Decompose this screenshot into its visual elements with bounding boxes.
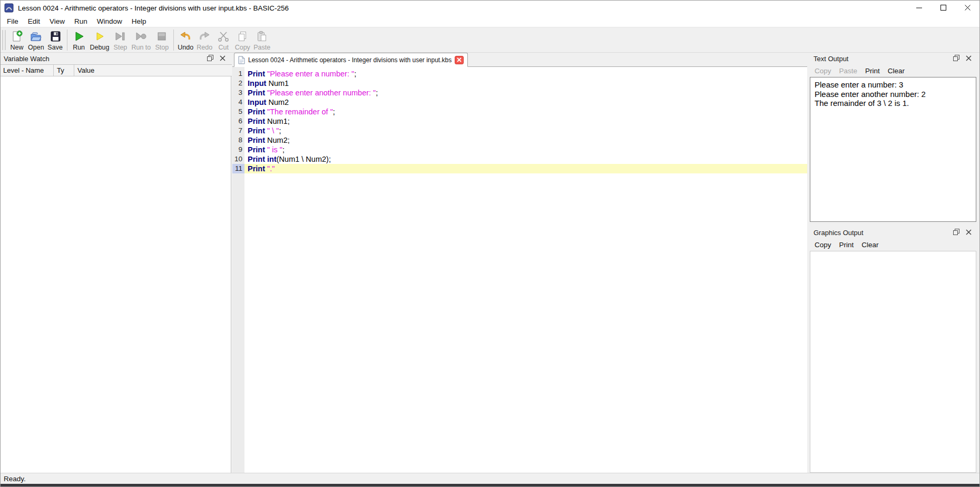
graphics-output-copy-button[interactable]: Copy: [815, 241, 831, 249]
maximize-icon: [940, 5, 947, 11]
line-number: 10: [232, 154, 244, 164]
code-text: Print " is ";: [244, 145, 807, 154]
code-line[interactable]: 10Print int(Num1 \ Num2);: [232, 154, 807, 164]
code-token: ;: [354, 70, 356, 78]
cut-button[interactable]: Cut: [214, 29, 233, 51]
open-button[interactable]: Open: [26, 29, 46, 51]
float-panel-icon[interactable]: [953, 229, 959, 235]
code-text: Print " \ ";: [244, 126, 807, 135]
graphics-output-area: [810, 251, 976, 473]
copy-button[interactable]: Copy: [233, 29, 252, 51]
code-token: "Please enter a number: ": [267, 70, 354, 78]
text-output-buttons: Copy Paste Print Clear: [810, 65, 905, 76]
taskbar-edge: [0, 484, 980, 487]
new-button[interactable]: New: [7, 29, 26, 51]
code-line[interactable]: 4Input Num2: [232, 98, 807, 107]
code-line[interactable]: 2Input Num1: [232, 79, 807, 88]
code-line[interactable]: 8Print Num2;: [232, 135, 807, 145]
open-button-label: Open: [28, 44, 44, 51]
menu-item-edit[interactable]: Edit: [23, 16, 45, 26]
close-panel-icon[interactable]: [966, 55, 972, 61]
code-line[interactable]: 1Print "Please enter a number: ";: [232, 69, 807, 79]
code-area[interactable]: 1Print "Please enter a number: "; 2Input…: [232, 67, 807, 473]
code-token: Print: [248, 108, 265, 116]
save-floppy-icon: [48, 30, 62, 43]
tab-close-button[interactable]: [455, 56, 464, 64]
run-to-icon: [134, 30, 148, 43]
text-output-area[interactable]: Please enter a number: 3 Please enter an…: [810, 77, 976, 222]
code-line[interactable]: 7Print " \ ";: [232, 126, 807, 135]
undo-button[interactable]: Undo: [176, 29, 195, 51]
variable-watch-table-body: [0, 76, 231, 473]
code-token: " \ ": [267, 126, 279, 135]
paste-button[interactable]: Paste: [252, 29, 272, 51]
variable-watch-title: Variable Watch: [4, 55, 50, 63]
undo-button-label: Undo: [178, 44, 193, 51]
graphics-output-print-button[interactable]: Print: [839, 241, 854, 249]
menu-item-file[interactable]: File: [2, 16, 23, 26]
new-button-label: New: [10, 44, 23, 51]
column-header-level-name[interactable]: Level - Name: [0, 65, 54, 76]
new-file-icon: [10, 30, 24, 43]
code-rows: 1Print "Please enter a number: "; 2Input…: [232, 69, 807, 173]
save-button[interactable]: Save: [46, 29, 65, 51]
stop-button-label: Stop: [155, 44, 169, 51]
code-token: Print: [248, 126, 265, 135]
code-line[interactable]: 9Print " is ";: [232, 145, 807, 154]
close-panel-icon[interactable]: [220, 55, 226, 61]
editor-tab-label: Lesson 0024 - Arithmetic operators - Int…: [248, 56, 452, 64]
run-to-button[interactable]: Run to: [130, 29, 152, 51]
code-text: Print ".": [244, 164, 807, 173]
code-token: Print: [248, 70, 265, 78]
code-text: Print int(Num1 \ Num2);: [244, 154, 807, 164]
debug-button[interactable]: Debug: [89, 29, 111, 51]
variable-watch-panel: Variable Watch Level - Name Ty Value: [0, 53, 232, 473]
code-text: Print "Please enter a number: ";: [244, 69, 807, 79]
column-header-type[interactable]: Ty: [54, 65, 74, 76]
close-panel-icon[interactable]: [966, 229, 972, 235]
editor-tab[interactable]: Lesson 0024 - Arithmetic operators - Int…: [234, 53, 468, 67]
open-folder-icon: [29, 30, 43, 43]
code-line[interactable]: 5Print "The remainder of ";: [232, 107, 807, 116]
minimize-button[interactable]: [907, 0, 932, 16]
toolbar-grip[interactable]: [2, 30, 6, 50]
menu-item-view[interactable]: View: [45, 16, 70, 26]
text-output-clear-button[interactable]: Clear: [888, 67, 905, 75]
code-line-highlighted[interactable]: 11Print ".": [232, 164, 807, 173]
basic256-app-icon: [4, 3, 14, 13]
text-output-paste-button[interactable]: Paste: [839, 67, 858, 75]
redo-button[interactable]: Redo: [195, 29, 214, 51]
code-line[interactable]: 3Print "Please enter another number: ";: [232, 88, 807, 98]
float-panel-icon[interactable]: [207, 55, 213, 61]
step-button[interactable]: Step: [111, 29, 130, 51]
text-output-panel: Text Output Copy Paste Print Clear Pleas…: [810, 53, 978, 225]
code-text: Input Num1: [244, 79, 807, 88]
code-token: Print: [248, 164, 265, 173]
step-icon: [113, 30, 127, 43]
menu-item-help[interactable]: Help: [127, 16, 151, 26]
text-output-print-button[interactable]: Print: [865, 67, 880, 75]
code-token: ;: [376, 89, 378, 97]
code-text: Print "Please enter another number: ";: [244, 88, 807, 98]
close-button[interactable]: [956, 0, 980, 16]
graphics-output-title: Graphics Output: [814, 229, 864, 237]
maximize-button[interactable]: [932, 0, 956, 16]
run-to-button-label: Run to: [131, 44, 151, 51]
menu-item-run[interactable]: Run: [70, 16, 92, 26]
text-output-title: Text Output: [814, 55, 848, 63]
code-line[interactable]: 6Print Num1;: [232, 116, 807, 126]
stop-button[interactable]: Stop: [152, 29, 171, 51]
column-header-value[interactable]: Value: [74, 65, 232, 76]
code-editor: Lesson 0024 - Arithmetic operators - Int…: [232, 53, 807, 473]
toolbar: New Open Save Run: [0, 27, 980, 53]
menu-item-window[interactable]: Window: [92, 16, 127, 26]
text-output-copy-button[interactable]: Copy: [815, 67, 831, 75]
code-text: Print "The remainder of ";: [244, 107, 807, 116]
code-token: Num1;: [265, 117, 290, 125]
graphics-output-buttons: Copy Print Clear: [810, 239, 879, 250]
graphics-output-clear-button[interactable]: Clear: [861, 241, 878, 249]
code-token: int: [267, 155, 277, 163]
run-button[interactable]: Run: [70, 29, 89, 51]
float-panel-icon[interactable]: [953, 55, 959, 61]
code-text: Input Num2: [244, 98, 807, 107]
